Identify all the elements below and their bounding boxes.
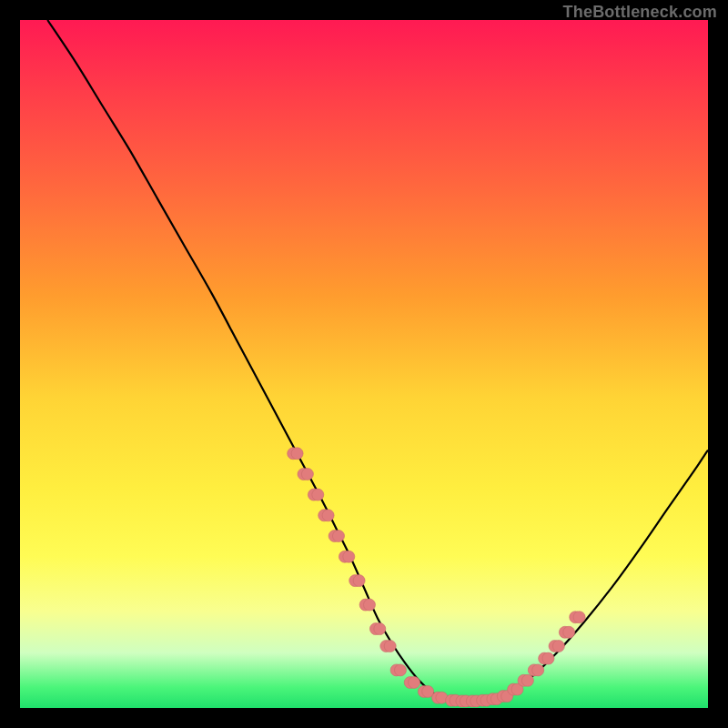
highlight-dot xyxy=(563,626,575,638)
highlight-dot xyxy=(353,575,365,587)
chart-svg xyxy=(20,20,708,708)
highlight-dot xyxy=(532,664,544,676)
highlight-dot xyxy=(542,652,554,664)
highlight-dot xyxy=(384,641,396,652)
highlight-dot xyxy=(374,623,386,635)
highlight-dot xyxy=(521,674,533,686)
bottleneck-curve xyxy=(47,20,708,702)
highlight-dot xyxy=(322,510,334,521)
highlight-dot xyxy=(409,677,420,689)
highlight-dot xyxy=(552,641,564,652)
highlight-dot xyxy=(573,612,585,623)
chart-frame: TheBottleneck.com xyxy=(0,0,728,728)
highlight-dot xyxy=(364,599,376,611)
plot-area xyxy=(20,20,708,708)
highlight-dot xyxy=(333,531,345,542)
highlight-dot xyxy=(395,664,407,676)
watermark-label: TheBottleneck.com xyxy=(563,3,717,22)
highlight-dot xyxy=(291,448,303,460)
highlight-dot xyxy=(301,469,313,480)
highlight-dot xyxy=(312,489,324,500)
highlight-dot xyxy=(343,551,355,562)
